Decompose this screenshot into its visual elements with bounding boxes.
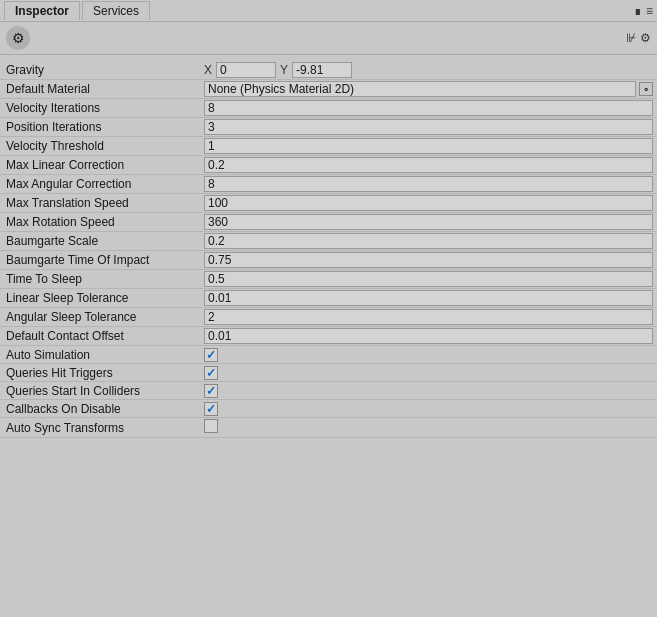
queries-start-in-colliders-checkbox[interactable]	[204, 384, 218, 398]
velocity-iterations-row: Velocity Iterations	[0, 99, 657, 118]
auto-sync-transforms-checkbox[interactable]	[204, 419, 218, 433]
linear-sleep-tolerance-row: Linear Sleep Tolerance	[0, 289, 657, 308]
settings-icon: ⚙	[6, 26, 30, 50]
max-translation-speed-input[interactable]	[204, 195, 653, 211]
default-contact-offset-input[interactable]	[204, 328, 653, 344]
position-iterations-row: Position Iterations	[0, 118, 657, 137]
max-rotation-speed-row: Max Rotation Speed	[0, 213, 657, 232]
velocity-threshold-input[interactable]	[204, 138, 653, 154]
baumgarte-scale-label: Baumgarte Scale	[0, 234, 200, 248]
velocity-iterations-label: Velocity Iterations	[0, 101, 200, 115]
time-to-sleep-label: Time To Sleep	[0, 272, 200, 286]
angular-sleep-tolerance-label: Angular Sleep Tolerance	[0, 310, 200, 324]
default-material-input[interactable]	[204, 81, 636, 97]
auto-simulation-checkbox[interactable]	[204, 348, 218, 362]
material-picker-button[interactable]: ⚬	[639, 82, 653, 96]
gravity-x-input[interactable]	[216, 62, 276, 78]
velocity-threshold-label: Velocity Threshold	[0, 139, 200, 153]
max-angular-correction-label: Max Angular Correction	[0, 177, 200, 191]
queries-hit-triggers-row: Queries Hit Triggers	[0, 364, 657, 382]
max-linear-correction-input[interactable]	[204, 157, 653, 173]
callbacks-on-disable-label: Callbacks On Disable	[0, 402, 200, 416]
gear-button[interactable]: ⚙	[640, 31, 651, 45]
gravity-label: Gravity	[0, 63, 200, 77]
tab-inspector[interactable]: Inspector	[4, 1, 80, 20]
max-angular-correction-row: Max Angular Correction	[0, 175, 657, 194]
lock-tab-icon[interactable]: ∎	[634, 4, 642, 18]
velocity-threshold-row: Velocity Threshold	[0, 137, 657, 156]
default-contact-offset-row: Default Contact Offset	[0, 327, 657, 346]
baumgarte-time-of-impact-row: Baumgarte Time Of Impact	[0, 251, 657, 270]
queries-start-in-colliders-row: Queries Start In Colliders	[0, 382, 657, 400]
queries-hit-triggers-checkbox[interactable]	[204, 366, 218, 380]
angular-sleep-tolerance-input[interactable]	[204, 309, 653, 325]
max-angular-correction-input[interactable]	[204, 176, 653, 192]
gravity-y-input[interactable]	[292, 62, 352, 78]
position-iterations-input[interactable]	[204, 119, 653, 135]
tab-bar: Inspector Services ∎ ≡	[0, 0, 657, 22]
max-translation-speed-label: Max Translation Speed	[0, 196, 200, 210]
auto-sync-transforms-label: Auto Sync Transforms	[0, 421, 200, 435]
default-material-label: Default Material	[0, 82, 200, 96]
default-material-row: Default Material ⚬	[0, 80, 657, 99]
queries-hit-triggers-label: Queries Hit Triggers	[0, 366, 200, 380]
gravity-x-label: X	[204, 63, 212, 77]
angular-sleep-tolerance-row: Angular Sleep Tolerance	[0, 308, 657, 327]
inspector-header: ⚙ ⊮ ⚙	[0, 22, 657, 55]
time-to-sleep-input[interactable]	[204, 271, 653, 287]
auto-simulation-row: Auto Simulation	[0, 346, 657, 364]
auto-sync-transforms-row: Auto Sync Transforms	[0, 418, 657, 438]
max-translation-speed-row: Max Translation Speed	[0, 194, 657, 213]
queries-start-in-colliders-label: Queries Start In Colliders	[0, 384, 200, 398]
default-contact-offset-label: Default Contact Offset	[0, 329, 200, 343]
velocity-iterations-input[interactable]	[204, 100, 653, 116]
max-linear-correction-label: Max Linear Correction	[0, 158, 200, 172]
tab-services[interactable]: Services	[82, 1, 150, 20]
gravity-row: Gravity X Y	[0, 61, 657, 80]
max-rotation-speed-input[interactable]	[204, 214, 653, 230]
callbacks-on-disable-row: Callbacks On Disable	[0, 400, 657, 418]
time-to-sleep-row: Time To Sleep	[0, 270, 657, 289]
menu-tab-icon[interactable]: ≡	[646, 4, 653, 18]
baumgarte-scale-input[interactable]	[204, 233, 653, 249]
baumgarte-time-of-impact-label: Baumgarte Time Of Impact	[0, 253, 200, 267]
position-iterations-label: Position Iterations	[0, 120, 200, 134]
baumgarte-scale-row: Baumgarte Scale	[0, 232, 657, 251]
baumgarte-time-of-impact-input[interactable]	[204, 252, 653, 268]
callbacks-on-disable-checkbox[interactable]	[204, 402, 218, 416]
linear-sleep-tolerance-label: Linear Sleep Tolerance	[0, 291, 200, 305]
linear-sleep-tolerance-input[interactable]	[204, 290, 653, 306]
auto-simulation-label: Auto Simulation	[0, 348, 200, 362]
inspector-body: Gravity X Y Default Material ⚬ Velocity …	[0, 55, 657, 444]
gravity-y-label: Y	[280, 63, 288, 77]
max-linear-correction-row: Max Linear Correction	[0, 156, 657, 175]
pin-button[interactable]: ⊮	[626, 31, 636, 45]
max-rotation-speed-label: Max Rotation Speed	[0, 215, 200, 229]
